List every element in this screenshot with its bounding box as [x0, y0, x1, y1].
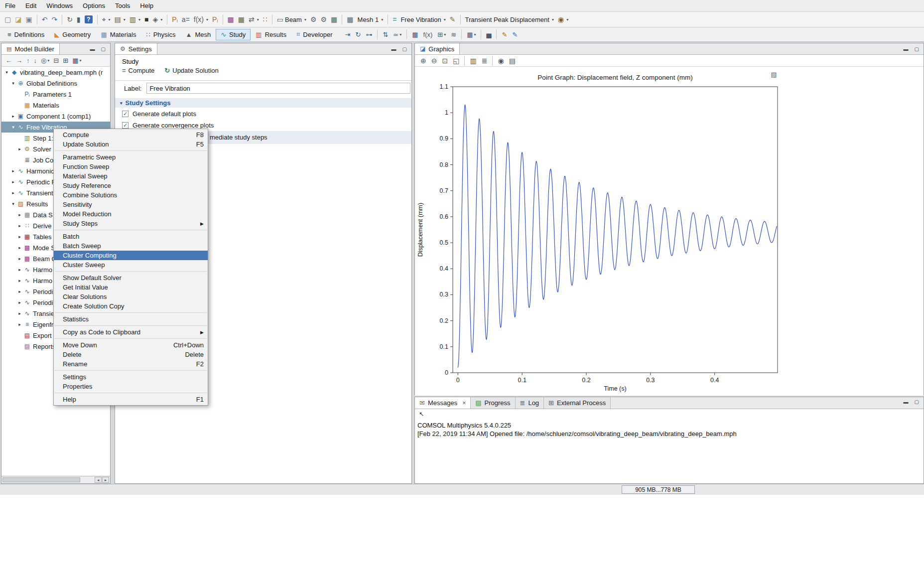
tree-toolbar-button[interactable]: ↓ ▾	[32, 56, 39, 65]
maximize-icon[interactable]: ▢	[915, 46, 919, 52]
context-menu-item[interactable]: Material Sweep ▶	[54, 171, 208, 181]
tree-expander-icon[interactable]: ▸	[16, 289, 23, 294]
ribbon-tab[interactable]: ∿ Study	[216, 29, 251, 40]
graphics-toolbar-button[interactable]: ⊖	[429, 56, 440, 66]
ribbon-tab[interactable]: ▲ Mesh	[181, 29, 216, 40]
graphics-toolbar-button[interactable]: ⊕	[418, 56, 429, 66]
context-menu-item[interactable]: Delete Delete ▶	[54, 350, 208, 359]
toolbar-button[interactable]: ◈ ▾	[151, 13, 165, 25]
toolbar-button[interactable]: ▦ ▾	[236, 13, 247, 25]
context-menu-item[interactable]: Get Initial Value ▶	[54, 283, 208, 292]
tree-expander-icon[interactable]: ▾	[10, 125, 16, 130]
toolbar-button[interactable]: Free Vibration ▾	[398, 13, 447, 25]
tree-toolbar-button[interactable]: ⊞ ▾	[61, 56, 70, 65]
toolbar-button[interactable]: ▮ ▾	[75, 13, 83, 25]
tree-expander-icon[interactable]: ▸	[16, 300, 23, 305]
toolbar-button[interactable]: ◪ ▾	[13, 13, 23, 25]
context-menu-item[interactable]: Study Reference ▶	[54, 181, 208, 190]
tree-expander-icon[interactable]: ▸	[16, 278, 23, 283]
bottom-tab[interactable]: ✉ Messages ×	[415, 397, 471, 409]
tree-expander-icon[interactable]: ▸	[10, 179, 16, 184]
tree-toolbar-button[interactable]: ⊟ ▾	[51, 56, 61, 65]
toolbar-button[interactable]: ⚙ ▾	[319, 13, 329, 25]
ribbon-icon-button[interactable]: ⇅ ▾	[380, 30, 391, 39]
tree-expander-icon[interactable]: ▸	[16, 146, 23, 151]
context-menu-item[interactable]: Function Sweep ▶	[54, 162, 208, 171]
context-menu-item[interactable]: Copy as Code to Clipboard ▶	[54, 327, 208, 337]
toolbar-button[interactable]: ⇄ ▾	[247, 13, 261, 25]
generate-convergence-plots-checkbox[interactable]: ✓	[122, 122, 129, 129]
menubar-item[interactable]: Help	[135, 0, 158, 11]
ribbon-tab[interactable]: ▦ Materials	[96, 29, 141, 40]
context-menu-item[interactable]: Rename F2 ▶	[54, 359, 208, 369]
plot-window-icon[interactable]: ▤	[770, 71, 778, 78]
context-menu-item[interactable]: Parametric Sweep ▶	[54, 152, 208, 162]
update-solution-button[interactable]: ↻ Update Solution	[164, 67, 218, 74]
context-menu-item[interactable]: Settings ▶	[54, 372, 208, 382]
menubar-item[interactable]: Options	[78, 0, 110, 11]
ribbon-icon-button[interactable]: ⊞ ▾	[435, 30, 448, 39]
toolbar-button[interactable]: ▥ ▾	[128, 13, 142, 25]
tree-expander-icon[interactable]: ▾	[10, 201, 16, 206]
tree-toolbar-button[interactable]: ▦ ▾	[70, 56, 83, 65]
context-menu-item[interactable]: Create Solution Copy ▶	[54, 301, 208, 311]
graphics-toolbar-button[interactable]: ◱	[450, 56, 462, 66]
toolbar-button[interactable]: ▭ Beam ▾	[275, 13, 308, 25]
scroll-left-icon[interactable]: ◂	[95, 477, 102, 483]
toolbar-button[interactable]: ⚙ ▾	[308, 13, 319, 25]
tree-expander-icon[interactable]: ▾	[10, 81, 16, 86]
ribbon-icon-button[interactable]: ▦ ▾	[409, 30, 420, 39]
toolbar-button[interactable]: ✎ ▾	[448, 13, 458, 25]
context-menu-item[interactable]: Properties ▶	[54, 382, 208, 391]
tree-expander-icon[interactable]: ▸	[16, 256, 23, 261]
tree-item[interactable]: ▦ Materials	[1, 100, 110, 111]
toolbar-button[interactable]: Transient Peak Displacement ▾	[463, 13, 556, 25]
context-menu-item[interactable]: Help F1 ▶	[54, 395, 208, 404]
ribbon-icon-button[interactable]: ✎ ▾	[510, 30, 520, 39]
cursor-icon[interactable]: ↖	[419, 411, 424, 418]
toolbar-button[interactable]: f(x) ▾	[192, 13, 210, 25]
ribbon-icon-button[interactable]: ↻ ▾	[353, 30, 363, 39]
context-menu-item[interactable]: Update Solution F5 ▶	[54, 140, 208, 149]
ribbon-icon-button[interactable]: ⇥ ▾	[343, 30, 353, 39]
minimize-icon[interactable]: ▬	[904, 399, 909, 405]
graphics-toolbar-button[interactable]: ◉	[495, 56, 506, 66]
context-menu-item[interactable]: Clear Solutions ▶	[54, 292, 208, 301]
menubar-item[interactable]: Tools	[110, 0, 135, 11]
scroll-right-icon[interactable]: ▸	[102, 477, 109, 483]
tree-expander-icon[interactable]: ▸	[16, 267, 23, 272]
toolbar-button[interactable]: ■ ▾	[142, 13, 150, 25]
toolbar-button[interactable]: Pᵢ ▾	[210, 13, 220, 25]
maximize-icon[interactable]: ▢	[101, 46, 106, 52]
toolbar-button[interactable]: ⌖ ▾	[100, 13, 113, 25]
graphics-tab[interactable]: ◪ Graphics	[415, 43, 460, 54]
toolbar-button[interactable]: ↷ ▾	[49, 13, 59, 25]
tree-expander-icon[interactable]: ▾	[3, 70, 10, 75]
menubar-item[interactable]: Edit	[20, 0, 41, 11]
study-settings-section-header[interactable]: ▾ Study Settings	[115, 98, 411, 108]
ribbon-tab[interactable]: ◣ Geometry	[49, 29, 96, 40]
context-menu-item[interactable]: Combine Solutions ▶	[54, 190, 208, 200]
context-menu-item[interactable]: Batch Sweep ▶	[54, 241, 208, 251]
context-menu-item[interactable]: Compute F8 ▶	[54, 130, 208, 140]
compute-button[interactable]: = Compute	[122, 67, 154, 74]
tree-toolbar-button[interactable]: → ▾	[14, 56, 24, 65]
ribbon-icon-button[interactable]: ✎ ▾	[499, 30, 510, 39]
context-menu-item[interactable]: Show Default Solver ▶	[54, 273, 208, 283]
tree-expander-icon[interactable]: ▸	[16, 223, 23, 228]
bottom-tab[interactable]: ⊞ External Process ×	[544, 397, 611, 409]
tree-item[interactable]: Pᵢ Parameters 1	[1, 89, 110, 100]
generate-default-plots-checkbox[interactable]: ✓	[122, 111, 129, 117]
tree-expander-icon[interactable]: ▸	[16, 212, 23, 217]
context-menu-item[interactable]: Sensitivity ▶	[54, 200, 208, 209]
ribbon-tab[interactable]: ≡ Definitions	[2, 29, 49, 40]
bottom-tab[interactable]: ≣ Log ×	[516, 397, 544, 409]
bottom-tab[interactable]: ▤ Progress ×	[471, 397, 515, 409]
ribbon-icon-button[interactable]: f(x) ▾	[421, 30, 435, 39]
context-menu-item[interactable]: Model Reduction ▶	[54, 209, 208, 219]
menubar-item[interactable]: File	[0, 0, 20, 11]
context-menu-item[interactable]: Batch ▶	[54, 232, 208, 241]
toolbar-button[interactable]: ▢ ▾	[2, 13, 13, 25]
context-menu-item[interactable]: Cluster Computing ▶	[54, 251, 208, 260]
ribbon-icon-button[interactable]: ▅ ▾	[484, 30, 494, 39]
